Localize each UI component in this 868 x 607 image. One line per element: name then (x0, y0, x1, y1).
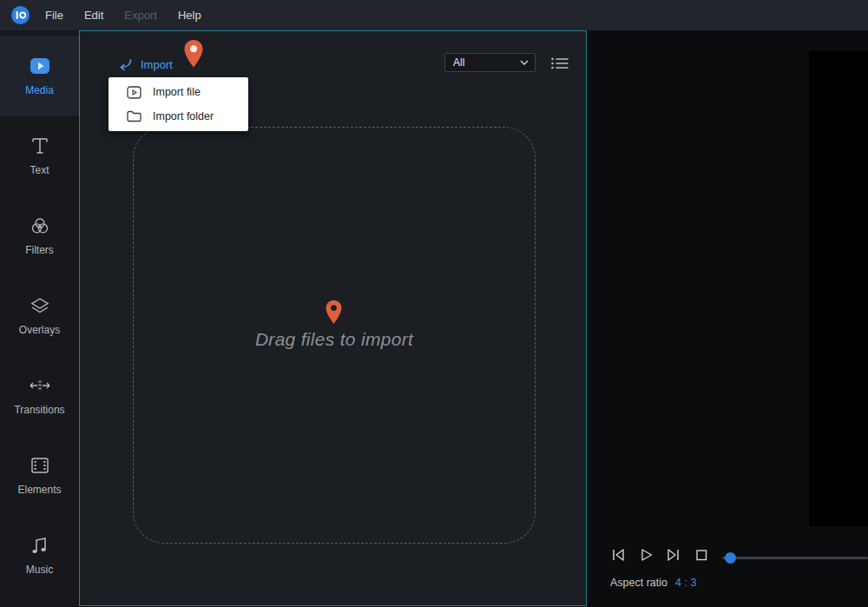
filter-select-value: All (453, 56, 464, 69)
pin-drop-icon (325, 300, 343, 325)
previous-frame-button[interactable] (610, 547, 626, 563)
menu-item-import-file[interactable]: Import file (108, 80, 248, 104)
menu-item-label: Import file (153, 86, 201, 98)
sidebar-item-label: Text (30, 164, 49, 176)
media-panel: Import All (79, 30, 587, 606)
file-icon (127, 86, 141, 99)
playback-controls (610, 547, 709, 563)
sidebar-item-transitions[interactable]: Transitions (0, 355, 79, 435)
sidebar-item-label: Music (26, 564, 53, 576)
aspect-ratio-label: Aspect ratio (610, 577, 667, 589)
filter-select[interactable]: All (444, 53, 536, 72)
dropzone-content: Drag files to import (255, 300, 413, 350)
filters-icon (30, 215, 49, 236)
sidebar-item-label: Overlays (19, 324, 60, 336)
menubar: File Edit Export Help (0, 0, 868, 30)
app-logo-icon[interactable] (11, 6, 30, 24)
import-icon (118, 58, 133, 71)
menu-edit[interactable]: Edit (74, 0, 114, 30)
dropzone-text: Drag files to import (255, 329, 413, 350)
seek-track (722, 557, 868, 559)
import-button[interactable]: Import (118, 55, 173, 74)
sidebar-item-label: Transitions (14, 404, 64, 416)
import-button-label: Import (141, 58, 173, 71)
aspect-ratio-value[interactable]: 4 : 3 (675, 577, 696, 589)
media-icon (30, 56, 50, 76)
transitions-icon (29, 375, 51, 396)
seek-slider[interactable] (722, 551, 868, 564)
menu-help[interactable]: Help (168, 0, 212, 30)
sidebar-item-music[interactable]: Music (0, 515, 79, 595)
next-frame-button[interactable] (666, 547, 681, 563)
menu-item-label: Import folder (153, 110, 214, 122)
sidebar-item-text[interactable]: Text (0, 115, 79, 195)
preview-panel: Aspect ratio 4 : 3 (588, 30, 868, 607)
import-dropzone[interactable]: Drag files to import (133, 127, 536, 544)
sidebar-item-label: Filters (25, 244, 54, 256)
import-menu: Import file Import folder (108, 77, 248, 131)
chevron-down-icon (520, 60, 529, 65)
sidebar-item-filters[interactable]: Filters (0, 195, 79, 275)
sidebar-item-label: Media (25, 84, 54, 96)
list-view-icon[interactable] (550, 56, 569, 70)
music-icon (31, 535, 49, 556)
sidebar-item-media[interactable]: Media (0, 36, 79, 115)
sidebar-item-label: Elements (17, 484, 61, 496)
stop-button[interactable] (694, 547, 709, 563)
text-icon (31, 135, 49, 156)
app-window: File Edit Export Help Media Text (0, 0, 868, 607)
video-preview (809, 51, 868, 526)
sidebar-item-overlays[interactable]: Overlays (0, 275, 79, 355)
overlays-icon (30, 295, 49, 316)
pin-marker-icon (183, 39, 204, 69)
menu-export: Export (114, 0, 168, 30)
menu-item-import-folder[interactable]: Import folder (108, 104, 248, 129)
sidebar: Media Text Filters (0, 30, 79, 607)
sidebar-item-elements[interactable]: Elements (0, 435, 79, 515)
elements-icon (30, 455, 49, 476)
seek-thumb[interactable] (725, 552, 736, 564)
aspect-ratio-row: Aspect ratio 4 : 3 (610, 577, 696, 589)
folder-icon (127, 110, 141, 122)
play-button[interactable] (638, 547, 654, 563)
menu-file[interactable]: File (35, 0, 74, 30)
